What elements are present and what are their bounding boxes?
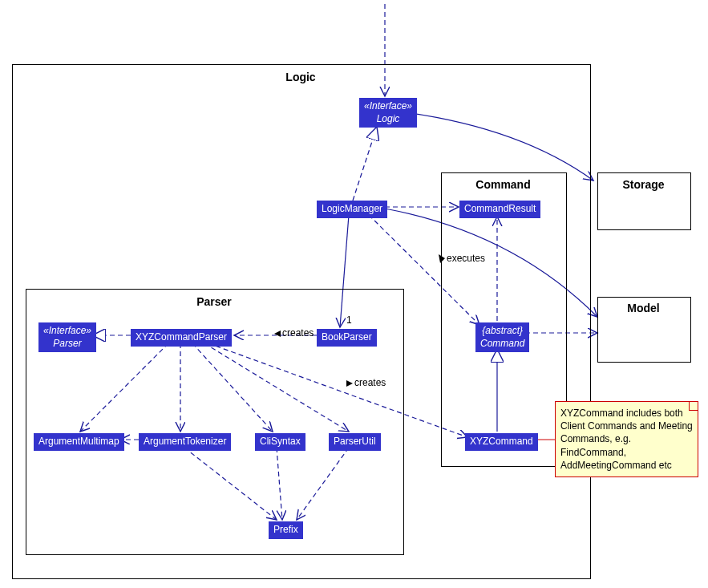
class-interface-logic: «Interface» Logic	[359, 98, 417, 128]
package-logic-title: Logic	[12, 71, 589, 83]
label-multiplicity-1: 1	[346, 314, 352, 326]
package-model-title: Model	[597, 302, 690, 314]
note-xyzcommand: XYZCommand includes both Client Commands…	[555, 401, 698, 477]
package-parser-title: Parser	[26, 295, 403, 308]
package-command-title: Command	[441, 178, 565, 191]
package-storage-title: Storage	[597, 178, 690, 191]
label-creates-1: creates	[282, 327, 314, 339]
class-argument-tokenizer: ArgumentTokenizer	[139, 433, 231, 451]
class-argument-multimap: ArgumentMultimap	[34, 433, 124, 451]
class-interface-parser: «Interface» Parser	[38, 322, 96, 352]
class-abstract-command: {abstract} Command	[475, 322, 529, 352]
label-executes: executes	[447, 253, 485, 264]
class-xyz-command: XYZCommand	[465, 433, 538, 451]
class-cli-syntax: CliSyntax	[255, 433, 305, 451]
class-book-parser: BookParser	[317, 329, 377, 347]
class-parser-util: ParserUtil	[329, 433, 381, 451]
class-xyz-parser: XYZCommandParser	[131, 329, 232, 347]
label-creates-2: creates	[354, 377, 386, 388]
class-command-result: CommandResult	[459, 201, 540, 218]
class-logic-manager: LogicManager	[317, 201, 387, 218]
class-prefix: Prefix	[269, 521, 303, 539]
